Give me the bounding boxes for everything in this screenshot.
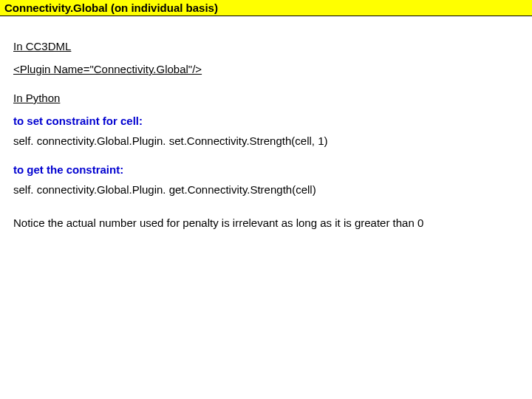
slide-content: In CC3DML <Plugin Name="Connectivity.Glo…: [0, 16, 532, 229]
python-heading: In Python: [13, 92, 519, 104]
plugin-xml-line: <Plugin Name="Connectivity.Global"/>: [13, 63, 519, 75]
get-constraint-code: self. connectivity.Global.Plugin. get.Co…: [13, 183, 519, 196]
plugin-xml-text: <Plugin Name="Connectivity.Global"/>: [13, 63, 202, 75]
footer-note: Notice the actual number used for penalt…: [13, 216, 519, 229]
slide-title-bar: Connectivity.Global (on individual basis…: [0, 0, 532, 16]
set-constraint-label: to set constraint for cell:: [13, 115, 519, 127]
set-constraint-code: self. connectivity.Global.Plugin. set.Co…: [13, 134, 519, 147]
get-constraint-label: to get the constraint:: [13, 163, 519, 176]
slide-title: Connectivity.Global (on individual basis…: [4, 1, 218, 14]
cc3dml-heading: In CC3DML: [13, 40, 519, 52]
